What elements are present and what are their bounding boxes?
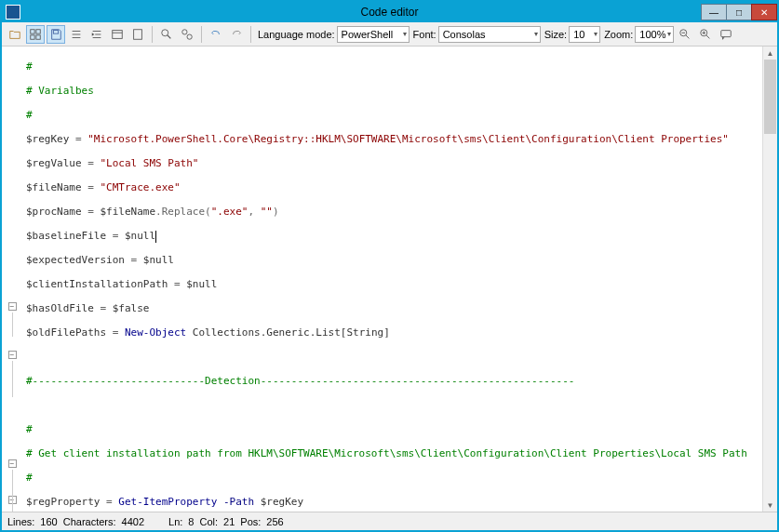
toolbar-separator [201,26,202,43]
font-select[interactable]: Consolas [438,26,541,43]
size-label: Size: [544,29,567,40]
status-col-value: 21 [223,516,235,527]
svg-point-17 [187,34,192,39]
window-controls: — □ ✕ [701,4,777,20]
save-button[interactable] [47,25,65,44]
app-icon [6,5,20,20]
svg-rect-13 [134,29,142,39]
title-bar: Code editor — □ ✕ [2,2,777,22]
status-pos-value: 256 [266,516,283,527]
search-button[interactable] [157,25,176,44]
toolbar-separator [250,26,251,43]
close-button[interactable]: ✕ [751,4,777,20]
language-select[interactable]: PowerShell [337,26,410,43]
editor-area: − − − − − − # # Varialbes # $regKey = "M… [2,47,777,512]
zoom-in-button[interactable] [696,25,715,44]
open-file-button[interactable] [6,25,24,44]
toolbar-separator [152,26,153,43]
scroll-down-arrow[interactable]: ▼ [763,499,777,512]
font-label: Font: [413,29,437,40]
status-chars-label: Characters: [63,516,116,527]
fold-toggle[interactable]: − [2,349,22,361]
size-select[interactable]: 10 [569,26,600,43]
comment-button[interactable] [717,25,735,44]
svg-rect-0 [31,29,34,33]
minimize-button[interactable]: — [701,4,727,20]
page-button[interactable] [128,25,147,44]
replace-button[interactable] [178,25,196,44]
svg-line-24 [706,34,710,38]
status-lines-value: 160 [40,516,57,527]
svg-line-20 [686,34,690,38]
svg-rect-2 [31,34,34,38]
svg-point-14 [162,29,168,35]
status-bar: Lines: 160 Characters: 4402 Ln: 8 Col: 2… [2,512,777,530]
svg-rect-25 [721,30,732,36]
text-cursor [155,231,156,243]
list-button[interactable] [67,25,86,44]
zoom-select[interactable]: 100% [635,26,674,43]
undo-button[interactable] [207,25,225,44]
fold-gutter: − − − − − − [2,47,22,512]
indent-button[interactable] [87,25,106,44]
grid-button[interactable] [26,25,45,44]
fold-toggle[interactable]: − [2,300,22,313]
zoom-out-button[interactable] [676,25,694,44]
outdent-button[interactable] [108,25,127,44]
status-ln-value: 8 [188,516,194,527]
redo-button[interactable] [227,25,246,44]
svg-rect-1 [36,29,40,33]
status-chars-value: 4402 [122,516,144,527]
status-lines-label: Lines: [7,516,34,527]
svg-rect-11 [113,30,123,38]
language-label: Language mode: [258,29,335,40]
code-editor[interactable]: # # Varialbes # $regKey = "Microsoft.Pow… [22,47,762,512]
svg-line-15 [168,34,171,38]
status-pos-label: Pos: [240,516,261,527]
svg-point-16 [182,29,187,33]
svg-rect-3 [36,34,40,38]
vertical-scrollbar[interactable]: ▲ ▼ [762,47,777,512]
status-col-label: Col: [199,516,218,527]
maximize-button[interactable]: □ [726,4,752,20]
zoom-label: Zoom: [604,29,633,40]
fold-toggle[interactable]: − [2,494,22,506]
scroll-thumb[interactable] [764,60,776,134]
scroll-up-arrow[interactable]: ▲ [763,47,777,60]
toolbar: Language mode: PowerShell Font: Consolas… [2,22,777,47]
fold-toggle[interactable]: − [2,458,22,470]
status-ln-label: Ln: [168,516,182,527]
svg-rect-4 [53,30,58,33]
window-title: Code editor [360,6,418,19]
